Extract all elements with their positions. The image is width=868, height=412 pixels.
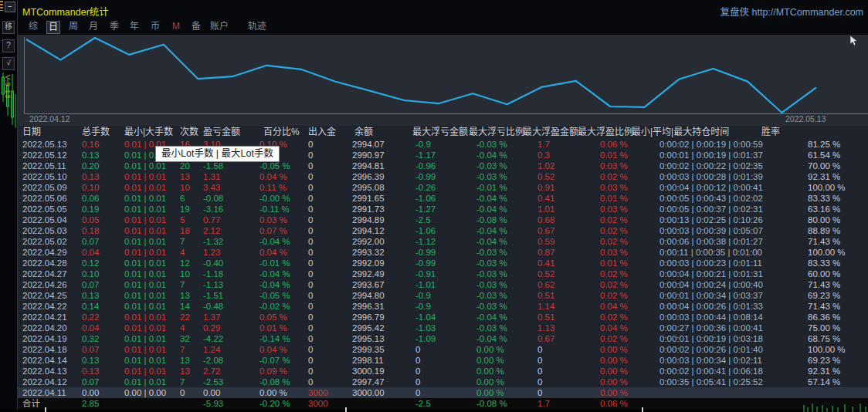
cell-pl: 1.31 <box>203 171 259 182</box>
table-row[interactable]: 2022.05.030.180.01 | 0.01182.120.07 %029… <box>18 225 868 236</box>
cell-pct: 0.04 % <box>259 247 308 258</box>
cell-win: 81.25 % <box>808 139 868 150</box>
table-row[interactable]: 2022.04.140.130.01 | 0.0113-2.08-0.07 %0… <box>18 355 868 366</box>
tab-5[interactable]: 年 <box>128 21 141 32</box>
tab-6[interactable]: 币 <box>149 21 161 32</box>
table-row[interactable]: 2022.04.120.070.01 | 0.017-2.53-0.08 %02… <box>18 377 868 387</box>
cell-date: 2022.05.10 <box>22 171 82 182</box>
cell-pl: 1.23 <box>203 247 259 258</box>
header-cell-3: 次数 <box>180 126 203 139</box>
cell-times: 0:00:05 | 0:00:43 | 0:02:02 <box>659 193 808 204</box>
check-button[interactable]: √ <box>2 57 15 70</box>
cell-times: 0:00:04 | 0:00:21 | 0:01:31 <box>659 268 808 279</box>
cell-lots: 0.00 <box>82 387 124 398</box>
cell-ddp: 0.00 % <box>476 344 537 355</box>
cell-times: 0:00:11 | 0:00:35 | 0:01:00 <box>659 247 808 258</box>
cell-inout: 0 <box>308 150 352 160</box>
cell-date: 2022.04.13 <box>22 366 82 377</box>
table-row[interactable]: 2022.05.100.130.01 | 0.01131.310.04 %029… <box>18 171 868 182</box>
cell-balance: 2994.89 <box>352 214 415 225</box>
table-row[interactable]: 2022.05.050.190.01 | 0.0119-3.16-0.11 %0… <box>18 204 868 214</box>
tab-4[interactable]: 季 <box>108 21 120 32</box>
cell-inout: 3000 <box>308 387 352 398</box>
cell-win: 92.31 % <box>808 171 868 182</box>
cell-inout: 0 <box>308 268 352 279</box>
table-row[interactable]: 2022.05.120.130.01 | 0.03 %02990.97-1.17… <box>18 150 868 160</box>
total-cell-fpp: 0.06 % <box>600 398 659 410</box>
cell-date: 2022.04.28 <box>22 258 82 268</box>
table-row[interactable]: 2022.04.260.070.01 | 0.017-1.13-0.04 %02… <box>18 279 868 290</box>
cell-fp: 1.02 <box>537 160 600 171</box>
cell-ddp: -0.03 % <box>476 139 537 150</box>
table-row[interactable]: 2022.05.110.200.01 | 0.0120-1.58-0.05 %0… <box>18 160 868 171</box>
table-row[interactable]: 2022.04.200.040.01 | 0.0140.290.01 %0299… <box>18 323 868 333</box>
cell-fpp: 0.00 % <box>600 344 659 355</box>
cell-ddp: -0.08 % <box>476 214 537 225</box>
header-cell-9: 最大浮亏比例 <box>469 126 523 139</box>
cell-pl: -1.51 <box>203 290 259 301</box>
table-row[interactable]: 2022.04.110.000.00 | 0.0000.000.00 %3000… <box>18 387 868 398</box>
cell-fp: 0.51 <box>537 290 600 301</box>
cell-dd: -1.27 <box>415 204 476 214</box>
cell-times: 0:00:03 | 0:00:23 | 0:01:11 <box>659 258 808 268</box>
table-row[interactable]: 2022.04.280.120.01 | 0.0112-0.40-0.01 %0… <box>18 258 868 268</box>
cell-lots: 0.07 <box>82 377 124 387</box>
header-cell-8: 最大浮亏金额 <box>412 126 469 139</box>
table-row[interactable]: 2022.05.130.160.01 | 0.01163.100.10 %029… <box>18 139 868 150</box>
tab-10[interactable]: 轨迹 <box>246 21 268 32</box>
cell-balance: 2992.00 <box>352 236 415 247</box>
tab-3[interactable]: 月 <box>87 21 100 32</box>
total-row: 合计2.85-5.93-0.20 %3000-2.5-0.08 %1.70.06… <box>18 398 868 410</box>
cell-fpp: 0.02 % <box>600 214 659 225</box>
table-row[interactable]: 2022.04.190.320.01 | 0.0132-4.22-0.14 %0… <box>18 333 868 344</box>
cell-minmax: 0.01 | 0.01 <box>124 247 180 258</box>
cell-fpp: 0.02 % <box>600 312 659 323</box>
cell-fpp: 0.00 % <box>600 355 659 366</box>
cell-fp: 0 <box>537 366 600 377</box>
tab-9[interactable]: 账户 <box>209 21 230 32</box>
cell-times: 0:00:04 | 0:00:26 | 0:01:33 <box>659 301 808 312</box>
cell-times: 0:00:04 | 0:00:24 | 0:00:40 <box>659 279 808 290</box>
table-row[interactable]: 2022.04.180.070.01 | 0.0171.240.04 %0299… <box>18 344 868 355</box>
cell-minmax: 0.01 | 0.01 <box>124 301 180 312</box>
cell-minmax: 0.01 | 0.01 <box>124 204 180 214</box>
cell-minmax: 0.01 | 0.01 <box>124 344 180 355</box>
cell-fp: 0.41 <box>537 258 600 268</box>
table-row[interactable]: 2022.05.020.070.01 | 0.017-1.32-0.04 %02… <box>18 236 868 247</box>
tab-0[interactable]: 综 <box>27 21 39 32</box>
table-row[interactable]: 2022.04.250.130.01 | 0.0113-1.51-0.05 %0… <box>18 290 868 301</box>
table-row[interactable]: 2022.05.040.050.01 | 0.0150.770.03 %0299… <box>18 214 868 225</box>
tab-2[interactable]: 周 <box>67 21 80 32</box>
move-button[interactable]: 移 <box>2 21 15 34</box>
table-row[interactable]: 2022.04.270.100.01 | 0.0110-1.18-0.04 %0… <box>18 268 868 279</box>
version-label: V.5.13 <box>4 75 12 99</box>
tab-1[interactable]: 日 <box>46 21 60 34</box>
table-row[interactable]: 2022.04.290.040.01 | 0.0141.230.04 %0299… <box>18 247 868 258</box>
minimize-button[interactable]: − <box>5 2 15 12</box>
header-cell-12: 最小|平均|最大持仓时间 <box>632 126 761 139</box>
tab-8[interactable]: 备 <box>190 21 202 32</box>
tab-7[interactable]: M <box>171 21 181 32</box>
cell-balance: 2995.08 <box>352 182 415 193</box>
help-button[interactable]: ? <box>2 39 15 52</box>
cell-pl: 3.43 <box>203 182 259 193</box>
cell-pl: 0.00 <box>203 387 259 398</box>
cell-dd: 0 <box>415 355 476 366</box>
cell-lots: 0.13 <box>82 290 124 301</box>
cell-fpp: 0.02 % <box>600 171 659 182</box>
cell-fp: 0 <box>537 344 600 355</box>
table-row[interactable]: 2022.05.060.060.01 | 0.016-0.08-0.00 %02… <box>18 193 868 204</box>
total-cell-times <box>659 398 808 410</box>
cell-fpp: 0.02 % <box>600 236 659 247</box>
cell-ddp: -0.03 % <box>476 247 537 258</box>
cell-fp: 0.67 <box>537 333 600 344</box>
cell-ddp: -0.03 % <box>476 171 537 182</box>
cell-inout: 0 <box>308 366 352 377</box>
table-row[interactable]: 2022.05.090.100.01 | 0.01103.430.11 %029… <box>18 182 868 193</box>
table-row[interactable]: 2022.04.210.220.01 | 0.01221.370.05 %029… <box>18 312 868 323</box>
cell-count: 0 <box>180 387 203 398</box>
cell-pct: 0.05 % <box>259 312 308 323</box>
table-row[interactable]: 2022.04.220.140.01 | 0.0114-0.48-0.02 %0… <box>18 301 868 312</box>
table-row[interactable]: 2022.04.130.130.01 | 0.01132.720.09 %030… <box>18 366 868 377</box>
period-tabbar: 综日周月季年币M备账户轨迹 <box>18 19 868 35</box>
